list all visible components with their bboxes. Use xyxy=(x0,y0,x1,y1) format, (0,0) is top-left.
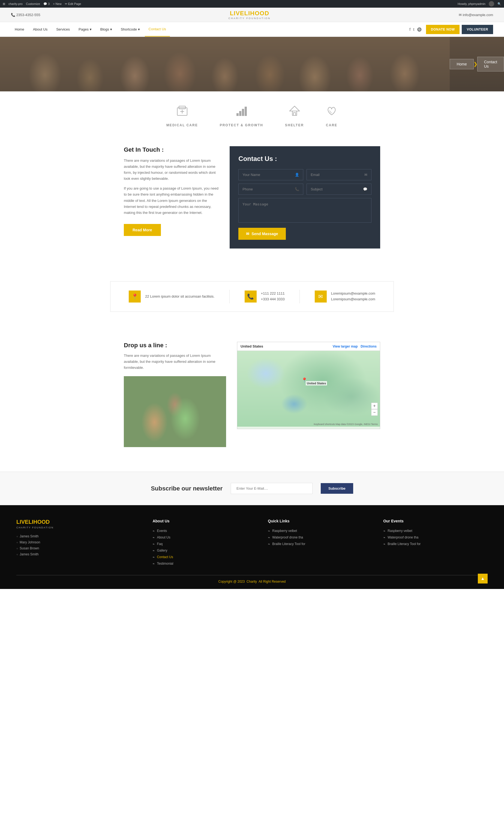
footer-link-testimonial-a[interactable]: Testimonial xyxy=(157,562,173,565)
get-in-touch-panel: Get In Touch : There are many variations… xyxy=(124,146,219,236)
phone-field-icon: 📞 xyxy=(295,187,299,191)
team-member-4: James Smith xyxy=(16,551,142,557)
subject-input[interactable] xyxy=(311,187,363,191)
breadcrumb-home[interactable]: Home xyxy=(450,59,473,69)
instagram-icon[interactable]: 🔘 xyxy=(417,27,422,32)
phone-icon-box: 📞 xyxy=(245,291,257,303)
map-zoom-in-button[interactable]: + xyxy=(371,403,378,409)
nav-home[interactable]: Home xyxy=(11,22,28,36)
subject-field-icon: 💬 xyxy=(363,187,367,191)
email-field-icon: ✉ xyxy=(364,173,367,177)
map-view-larger[interactable]: View larger map xyxy=(333,345,358,348)
footer-event-2-a[interactable]: Waterproof drone tha xyxy=(388,535,418,539)
address-info: 📍 22 Lorem ipsum dolor sit accumsan faci… xyxy=(129,291,214,303)
footer-logo-title: LIVELIHOOD xyxy=(16,519,142,525)
form-row-phone-subject: 📞 💬 xyxy=(238,184,371,195)
map-directions[interactable]: Directions xyxy=(361,345,377,348)
volunteer-button[interactable]: VOLUNTEER xyxy=(462,25,493,34)
send-label: Send Massage xyxy=(251,232,278,236)
map-footer-text: Keyboard shortcuts Map data ©2023 Google… xyxy=(314,423,378,426)
map-zoom-out-button[interactable]: − xyxy=(371,409,378,416)
map-content[interactable]: 📍 United States + − Keyboard shortcuts M… xyxy=(237,351,380,427)
nav-social: f t 🔘 xyxy=(409,27,422,32)
hero-section: Home ❯ Contact Us xyxy=(0,37,504,91)
form-row-name-email: 👤 ✉ xyxy=(238,169,371,180)
phone-input[interactable] xyxy=(242,187,295,191)
admin-charity-pro[interactable]: charity-pro xyxy=(8,2,23,5)
twitter-icon[interactable]: t xyxy=(413,27,414,32)
contact-form-title: Contact Us : xyxy=(238,155,371,163)
footer-event-3: Braille Literacy Tool for xyxy=(383,541,488,547)
phone-line-1: +111 222 1111 xyxy=(261,291,285,297)
donate-now-button[interactable]: DONATE NOW xyxy=(426,25,460,34)
team-member-1: James Smith xyxy=(16,533,142,539)
shelter-icon xyxy=(285,105,304,119)
footer-quick-3-a[interactable]: Braille Literacy Tool for xyxy=(272,542,305,546)
drop-image-inner xyxy=(124,376,226,447)
logo-text: IVELIHOOD xyxy=(234,10,269,17)
newsletter-section: Subscribe our newsletter Subscribe xyxy=(0,472,504,505)
subscribe-button[interactable]: Subscribe xyxy=(321,483,353,494)
footer-quick-1-a[interactable]: Raspberry velbet xyxy=(272,529,297,533)
newsletter-email-input[interactable] xyxy=(231,483,313,494)
your-name-field[interactable]: 👤 xyxy=(238,169,303,180)
admin-comments[interactable]: 💬 3 xyxy=(43,2,50,6)
logo[interactable]: LIVELIHOOD CHARITY FOUNDATION xyxy=(229,10,271,20)
footer-event-3-a[interactable]: Braille Literacy Tool for xyxy=(388,542,421,546)
breadcrumb-arrow-icon: ❯ xyxy=(473,61,478,67)
icon-medical-care: MEDICAL CARE xyxy=(166,105,198,127)
email-field[interactable]: ✉ xyxy=(307,169,371,180)
footer-quick-3: Braille Literacy Tool for xyxy=(268,541,372,547)
back-to-top-button[interactable]: ▲ xyxy=(478,574,488,583)
footer-col-about: About Us Events About Us Faq Gallery Con… xyxy=(152,519,257,567)
admin-wp-icon[interactable]: ⊞ xyxy=(3,2,5,6)
facebook-icon[interactable]: f xyxy=(409,27,410,32)
footer-copyright: Copyright @ 2023 xyxy=(218,580,245,583)
footer-link-contact-a[interactable]: Contact Us xyxy=(157,555,173,559)
drop-para: There are many variations of passages of… xyxy=(124,353,226,371)
footer-event-1-a[interactable]: Raspberry velbet xyxy=(388,529,412,533)
map-frame: United States View larger map Directions… xyxy=(237,342,380,429)
admin-customize[interactable]: Customize xyxy=(26,2,40,5)
admin-search-icon[interactable]: 🔍 xyxy=(497,2,501,6)
admin-edit-page[interactable]: ✏ Edit Page xyxy=(65,2,81,6)
nav-blogs[interactable]: Blogs ▾ xyxy=(97,22,116,36)
newsletter-title: Subscribe our newsletter xyxy=(151,485,223,492)
icon-shelter: SHELTER xyxy=(285,105,304,127)
footer-link-contact: Contact Us xyxy=(152,554,257,560)
subject-field[interactable]: 💬 xyxy=(307,184,371,195)
your-name-input[interactable] xyxy=(242,173,295,177)
footer-link-events-a[interactable]: Events xyxy=(157,529,167,533)
email-lines: Loremipsum@example.com Loremipsum@exampl… xyxy=(331,291,375,302)
icons-section: MEDICAL CARE PROTECT & GROWTH SHELTER xyxy=(0,91,504,141)
footer-quick-2-a[interactable]: Waterproof drone tha xyxy=(272,535,303,539)
footer-link-faq-a[interactable]: Faq xyxy=(157,542,163,546)
email-info: ✉ Loremipsum@example.com Loremipsum@exam… xyxy=(315,291,375,303)
svg-rect-4 xyxy=(236,113,239,116)
phone-field[interactable]: 📞 xyxy=(238,184,303,195)
svg-rect-5 xyxy=(239,111,241,116)
read-more-button[interactable]: Read More xyxy=(124,224,161,236)
nav-pages[interactable]: Pages ▾ xyxy=(75,22,95,36)
nav-shortcode[interactable]: Shortcode ▾ xyxy=(117,22,144,36)
breadcrumb-current: Contact Us xyxy=(477,57,504,71)
footer-link-about-a[interactable]: About Us xyxy=(157,535,170,539)
drop-title: Drop us a line : xyxy=(124,342,226,349)
footer-link-gallery-a[interactable]: Gallery xyxy=(157,549,167,552)
logo-subtitle: CHARITY FOUNDATION xyxy=(229,17,271,20)
chevron-up-icon: ▲ xyxy=(481,576,485,581)
nav-contact[interactable]: Contact Us xyxy=(145,22,170,37)
user-icon: 👤 xyxy=(295,173,299,177)
message-textarea[interactable] xyxy=(238,198,371,223)
nav-services[interactable]: Services xyxy=(52,22,74,36)
admin-bar-right: Howdy, phpmyadmin 🔍 xyxy=(458,1,501,7)
admin-new[interactable]: + New xyxy=(53,2,62,5)
nav-about[interactable]: About Us xyxy=(29,22,51,36)
shelter-label: SHELTER xyxy=(285,123,304,127)
footer-content: LIVELIHOOD CHARITY FOUNDATION James Smit… xyxy=(16,519,488,583)
send-message-button[interactable]: ✉ Send Massage xyxy=(238,228,286,240)
icon-protect-growth: PROTECT & GROWTH xyxy=(220,105,263,127)
email-icon-box: ✉ xyxy=(315,291,327,303)
email-input[interactable] xyxy=(311,173,364,177)
admin-bar-left: ⊞ charity-pro Customize 💬 3 + New ✏ Edit… xyxy=(3,2,81,6)
